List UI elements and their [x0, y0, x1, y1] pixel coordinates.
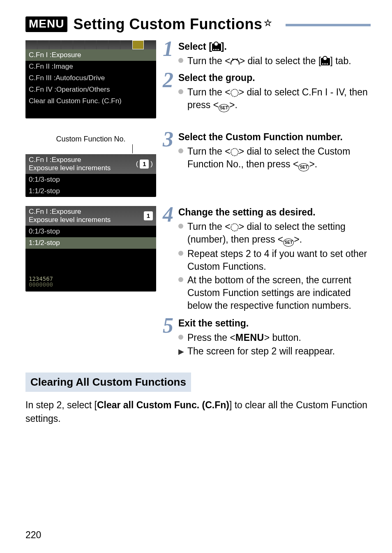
- step-2-bullet-text: Turn the <> dial to select C.Fn I - IV, …: [187, 86, 371, 112]
- menu-word-icon: MENU: [235, 332, 264, 343]
- cam3-header-title: C.Fn I :Exposure: [29, 208, 111, 216]
- t: >.: [309, 159, 317, 169]
- step-1-bullet-text: Turn the <> dial to select the [] tab.: [187, 55, 371, 67]
- step-3-body: Select the Custom Function number. Turn …: [178, 131, 371, 172]
- bullet-icon: [178, 224, 183, 229]
- cam3-option-selected: 1:1/2-stop: [25, 237, 156, 249]
- cam1-row: Clear all Custom Func. (C.Fn): [25, 95, 156, 107]
- caption-pointer-line: [132, 144, 133, 153]
- cam3-option: 0:1/3-stop: [25, 226, 156, 237]
- quick-control-dial-icon: [231, 223, 239, 231]
- cam3-header-sub: Exposure level increments: [29, 216, 111, 224]
- cam2-option: 0:1/3-stop: [25, 174, 156, 185]
- step-number-3: 3: [161, 131, 175, 172]
- step-2-body: Select the group. Turn the <> dial to se…: [178, 72, 371, 113]
- t: Press the <: [187, 332, 235, 343]
- star-icon: ☆: [264, 18, 272, 28]
- step-1-bullet: Turn the <> dial to select the [] tab.: [178, 55, 371, 67]
- cam1-row: C.Fn III :Autofocus/Drive: [25, 72, 156, 84]
- left-column-screenshots: C.Fn I :Exposure C.Fn II :Image C.Fn III…: [25, 40, 156, 118]
- t: >.: [294, 234, 302, 245]
- step-number-5: 5: [161, 317, 175, 359]
- bullet-icon: [178, 58, 183, 63]
- cfn-number-badge: 1: [140, 160, 149, 169]
- cam1-tabrow: [25, 40, 156, 49]
- step-5-bullet-2-text: The screen for step 2 will reappear.: [187, 345, 371, 358]
- title-accent-bar: [286, 24, 371, 26]
- t: Turn the <: [187, 221, 231, 232]
- step-1-body: Select []. Turn the <> dial to select th…: [178, 40, 371, 68]
- cam3-footer-top: 1234567: [29, 276, 153, 282]
- cfn-number-badge: 1: [144, 211, 153, 220]
- step-4-bullet-3: At the bottom of the screen, the current…: [178, 274, 371, 312]
- step-4-bullet-1: Turn the <> dial to select the setting (…: [178, 220, 371, 247]
- custom-functions-icon: [212, 44, 221, 51]
- page-title: Setting Custom Functions☆: [73, 16, 272, 33]
- step-3-title: Select the Custom Function number.: [178, 131, 371, 143]
- cam3-footer-indices: 1234567 0000000: [25, 273, 156, 292]
- step-4-bullet-2: Repeat steps 2 to 4 if you want to set o…: [178, 248, 371, 273]
- t: Turn the <: [187, 87, 231, 97]
- camera-screenshot-1: C.Fn I :Exposure C.Fn II :Image C.Fn III…: [25, 40, 156, 118]
- step-5-body: Exit the setting. Press the <MENU> butto…: [178, 317, 371, 359]
- custom-function-no-caption: Custom Function No.: [25, 135, 156, 143]
- step-2-title: Select the group.: [178, 72, 371, 84]
- camera-screenshot-3: C.Fn I :Exposure Exposure level incremen…: [25, 206, 156, 292]
- quick-control-dial-icon: [231, 148, 239, 156]
- cam2-header: C.Fn I :Exposure Exposure level incremen…: [25, 154, 156, 174]
- step-number-4: 4: [161, 206, 175, 313]
- step-5-bullet-1: Press the <MENU> button.: [178, 331, 371, 344]
- step-5-title: Exit the setting.: [178, 317, 371, 330]
- menu-badge-icon: MENU: [25, 16, 67, 32]
- t: Turn the <: [187, 146, 231, 157]
- t: > dial to select the [: [240, 56, 321, 66]
- right-paren: ): [150, 160, 153, 168]
- cam2-header-title: C.Fn I :Exposure: [29, 156, 111, 164]
- step-3-bullet-text: Turn the <> dial to select the Custom Fu…: [187, 145, 371, 171]
- step-1-title-post: ].: [221, 41, 227, 52]
- clearing-section-header: Clearing All Custom Functions: [25, 373, 191, 392]
- step-4-bullet-1-text: Turn the <> dial to select the setting (…: [187, 220, 371, 247]
- cam2-header-sub: Exposure level increments: [29, 164, 111, 172]
- camera-screenshot-2: C.Fn I :Exposure Exposure level incremen…: [25, 154, 156, 197]
- clearing-section-text: In step 2, select [Clear all Custom Func…: [25, 398, 371, 425]
- bullet-icon: [178, 148, 183, 153]
- set-button-icon: SET: [298, 163, 309, 171]
- page-title-row: MENU Setting Custom Functions☆: [25, 16, 371, 33]
- step-5-bullet-1-text: Press the <MENU> button.: [187, 331, 371, 344]
- step-5-bullet-2: ▶ The screen for step 2 will reappear.: [178, 345, 371, 358]
- step-1-title-pre: Select [: [178, 41, 212, 52]
- cam1-row-hl: C.Fn I :Exposure: [25, 49, 156, 61]
- step-number-2: 2: [161, 72, 175, 113]
- step-2-bullet: Turn the <> dial to select C.Fn I - IV, …: [178, 86, 371, 112]
- step-4-body: Change the setting as desired. Turn the …: [178, 206, 371, 313]
- step-number-1: 1: [161, 40, 175, 68]
- step-4-bullet-3-text: At the bottom of the screen, the current…: [187, 274, 371, 312]
- t: ] tab.: [330, 56, 351, 66]
- bullet-icon: [178, 89, 183, 94]
- step-3-bullet: Turn the <> dial to select the Custom Fu…: [178, 145, 371, 171]
- triangle-bullet-icon: ▶: [178, 347, 183, 358]
- cam1-row: C.Fn IV :Operation/Others: [25, 84, 156, 95]
- page-title-text: Setting Custom Functions: [73, 16, 262, 32]
- step-1-title: Select [].: [178, 40, 371, 53]
- bullet-icon: [178, 335, 183, 340]
- quick-control-dial-icon: [231, 89, 239, 97]
- t: > button.: [264, 332, 301, 343]
- t: >.: [229, 99, 238, 110]
- cam3-header: C.Fn I :Exposure Exposure level incremen…: [25, 206, 156, 226]
- step-4-title: Change the setting as desired.: [178, 206, 371, 219]
- page-number: 220: [25, 530, 41, 541]
- set-button-icon: SET: [219, 104, 229, 112]
- clearing-bold-option: Clear all Custom Func. (C.Fn): [97, 400, 229, 410]
- main-dial-icon: [231, 59, 240, 65]
- cfn-tab-selected: [132, 40, 144, 49]
- cam1-row: C.Fn II :Image: [25, 61, 156, 72]
- cam3-footer-bot: 0000000: [29, 282, 153, 287]
- left-paren: (: [136, 160, 138, 168]
- step-4-bullet-2-text: Repeat steps 2 to 4 if you want to set o…: [187, 248, 371, 273]
- custom-functions-icon: [321, 58, 330, 65]
- bullet-icon: [178, 277, 183, 282]
- cam2-option: 1:1/2-stop: [25, 185, 156, 197]
- bullet-icon: [178, 251, 183, 256]
